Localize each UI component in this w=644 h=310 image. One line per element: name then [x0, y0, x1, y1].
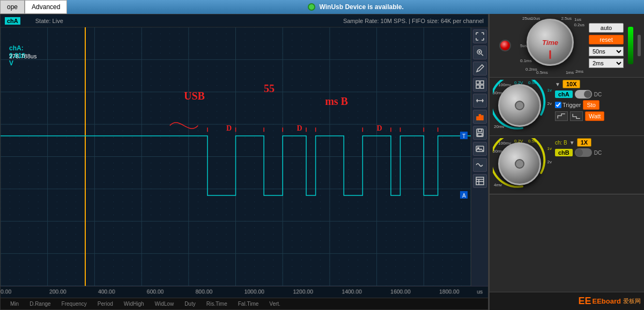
logo-cn-text: 爱板网	[623, 297, 641, 305]
cha-top-row: ▼ 10X	[555, 80, 641, 88]
time-label-2.5us: 2.5us	[561, 16, 572, 21]
grid-btn[interactable]	[473, 78, 487, 92]
time-knob-indicator	[550, 50, 551, 59]
trigger-checkbox[interactable]	[555, 102, 561, 108]
time-label-25us: 25us	[522, 16, 531, 21]
ee-icon: EE	[579, 296, 591, 307]
time-label-1ms: 1ms	[566, 70, 574, 75]
cha-dc-label: DC	[594, 92, 602, 97]
time-label-0.1ms: 0.1ms	[520, 58, 532, 63]
ch-a-section: 0.2V 0.5v 1v 2v 20mv 50mv 100mv ▼	[490, 78, 644, 136]
osc-toolbar	[471, 27, 488, 286]
auto-button[interactable]: auto	[589, 23, 624, 33]
hmarker-btn[interactable]	[473, 94, 487, 108]
oscilloscope-canvas	[1, 27, 471, 286]
sample-rate-text: Sample Rate: 10M SPS. | FIFO size: 64K p…	[343, 18, 484, 24]
trigger-row: Trigger Sto	[555, 100, 641, 110]
expand-btn[interactable]	[473, 29, 487, 43]
time-dropdown-2-container: 2ms1ms5ms10ms20ms	[589, 58, 624, 68]
status-dot	[308, 3, 315, 11]
chb-color-indicator: ch: B	[555, 140, 567, 146]
cha-10x-btn[interactable]: 10X	[562, 80, 581, 88]
time-label-10us: 10us	[531, 16, 540, 21]
tab-ope[interactable]: ope	[0, 0, 25, 14]
osc-grid-area: chA: 9.816 V 278.788us	[1, 27, 488, 286]
time-label-1us: 1us	[574, 17, 581, 22]
svg-rect-13	[482, 116, 483, 120]
chb-toggle-knob	[575, 149, 583, 156]
pencil-btn[interactable]	[473, 62, 487, 75]
trigger-label: Trigger	[562, 102, 581, 108]
time-axis	[1, 286, 488, 298]
svg-rect-12	[479, 115, 480, 120]
wave-btn[interactable]	[473, 158, 487, 172]
time-dropdown-1[interactable]: 50ns1ns5ns10ns25ns100ns	[589, 47, 624, 56]
top-bar: ope Advanced WinUsb Device is available.	[0, 0, 644, 14]
histogram-btn[interactable]	[473, 110, 487, 124]
time-knob[interactable]: Time	[527, 19, 574, 66]
cha-knob-center	[515, 101, 524, 110]
time-label-2ms: 2ms	[575, 69, 583, 74]
cha-toggle-knob	[584, 90, 591, 98]
cha-arrow: ▼	[555, 81, 560, 87]
svg-rect-4	[476, 81, 479, 84]
chb-controls: ch: B ▼ 1X chB DC	[555, 138, 641, 157]
trig-rising-btn[interactable]	[555, 111, 568, 121]
svg-rect-16	[478, 133, 482, 136]
tab-advanced[interactable]: Advanced	[25, 0, 67, 14]
osc-header: chA State: Live Sample Rate: 10M SPS. | …	[1, 14, 488, 27]
right-panel: 2.5us 1us 0.2us 10us 25us 5us 0.1ms 0.2m…	[488, 14, 644, 310]
time-knob-label: Time	[542, 39, 558, 47]
reset-button[interactable]: reset	[589, 35, 624, 44]
watt-button[interactable]: Watt	[585, 111, 604, 121]
trigger-checkbox-container: Trigger	[555, 102, 581, 108]
eeboard-text: EEboard	[593, 297, 621, 305]
time-dropdown-2[interactable]: 2ms1ms5ms10ms20ms	[589, 58, 624, 68]
cha-knob[interactable]	[498, 84, 541, 127]
time-label-0.2us: 0.2us	[574, 22, 584, 27]
time-label-5us: 5us	[520, 43, 527, 48]
bsb-duty: Duty	[179, 301, 201, 307]
save-btn[interactable]	[473, 126, 487, 140]
trig-falling-btn[interactable]	[570, 111, 583, 121]
record-button[interactable]	[499, 40, 511, 51]
oscilloscope-area: chA State: Live Sample Rate: 10M SPS. | …	[0, 14, 488, 310]
time-reading: 278.788us	[9, 53, 36, 59]
chb-knob[interactable]	[498, 142, 541, 185]
main-content: chA State: Live Sample Rate: 10M SPS. | …	[0, 14, 644, 310]
tab-advanced-label: Advanced	[32, 3, 60, 11]
bsb-ristime: Ris.Time	[201, 301, 233, 307]
bsb-faltime: Fal.Time	[233, 301, 264, 307]
bsb-freq: Frequency	[56, 301, 92, 307]
cha-toggle[interactable]	[575, 90, 592, 99]
svg-rect-7	[480, 85, 484, 88]
bottom-status-bar: Min D.Range Frequency Period WidHigh Wid…	[1, 298, 488, 309]
status-bar: WinUsb Device is available.	[67, 0, 644, 14]
image-btn[interactable]	[473, 142, 487, 156]
time-label-0.2ms: 0.2ms	[525, 67, 537, 72]
cha-controls: ▼ 10X chA DC Trigger Sto	[555, 80, 641, 121]
svg-rect-6	[476, 85, 479, 88]
chb-top-row: ch: B ▼ 1X	[555, 138, 641, 147]
bsb-widlow: WidLow	[150, 301, 180, 307]
bsb-vert: Vert.	[264, 301, 286, 307]
svg-rect-19	[476, 177, 484, 185]
state-text: State: Live	[35, 18, 63, 24]
chb-toggle[interactable]	[575, 148, 592, 157]
logo-area: EE EEboard 爱板网	[490, 292, 644, 310]
svg-line-1	[481, 54, 483, 56]
time-dropdown-1-container: 50ns1ns5ns10ns25ns100ns	[589, 47, 624, 56]
green-indicator-bar	[628, 27, 633, 64]
chb-knob-center	[515, 159, 524, 169]
table-btn[interactable]	[473, 174, 487, 188]
cha-badge: chA	[555, 90, 573, 98]
time-label-0.5ms: 0.5ms	[536, 70, 548, 75]
chb-1x-btn[interactable]: 1X	[577, 138, 591, 147]
status-message: WinUsb Device is available.	[320, 3, 404, 11]
bsb-period: Period	[92, 301, 119, 307]
svg-rect-5	[480, 81, 484, 84]
stop-button[interactable]: Sto	[583, 100, 599, 110]
bsb-min: Min	[5, 301, 24, 307]
chb-arrow: ▼	[569, 140, 575, 146]
zoom-in-btn[interactable]	[473, 46, 487, 59]
